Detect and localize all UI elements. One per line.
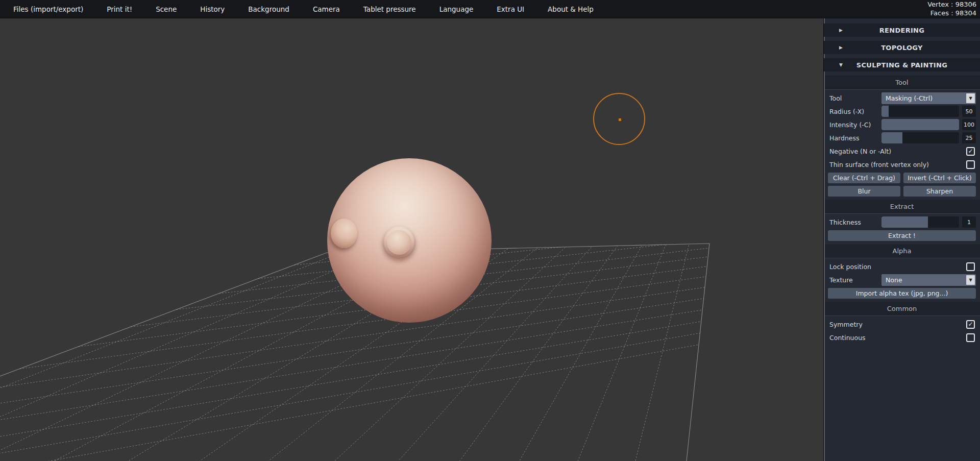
tool-select-row: Tool Masking (-Ctrl) ▼ [828,92,976,104]
lock-position-label: Lock position [828,263,966,271]
continuous-label: Continuous [828,334,966,342]
brush-center-dot [619,118,621,121]
thickness-slider[interactable] [881,216,959,228]
check-icon: ✓ [968,321,973,327]
hardness-slider-fill [881,132,902,143]
intensity-label: Intensity (-C) [828,121,881,129]
panel-header-rendering-label: RENDERING [879,27,925,34]
import-alpha-button[interactable]: Import alpha tex (jpg, png...) [828,288,976,299]
vertex-count: Vertex : 98306 [927,1,976,9]
menu-item-camera[interactable]: Camera [301,0,352,18]
texture-select-value: None [881,276,966,284]
hardness-label: Hardness [828,134,881,142]
panel-header-rendering[interactable]: ▶ RENDERING [824,23,980,37]
section-title-extract: Extract [824,200,980,214]
dropdown-arrow-icon[interactable]: ▼ [966,93,975,103]
thin-surface-checkbox[interactable]: ✓ [966,160,975,169]
menu-item-language[interactable]: Language [428,0,485,18]
invert-mask-button[interactable]: Invert (-Ctrl + Click) [903,173,976,183]
sharpen-button[interactable]: Sharpen [903,186,976,197]
mesh-stats: Vertex : 98306 Faces : 98304 [927,1,976,17]
texture-label: Texture [828,276,881,284]
menu-item-tablet-pressure[interactable]: Tablet pressure [352,0,428,18]
radius-row: Radius (-X) 50 [828,106,976,117]
brush-cursor-circle [593,93,645,145]
intensity-row: Intensity (-C) 100 [828,119,976,130]
hardness-value[interactable]: 25 [962,132,976,143]
menu-item-files[interactable]: Files (import/export) [0,0,95,18]
sphere-bump-left [331,219,357,248]
menu-item-extra-ui[interactable]: Extra UI [485,0,536,18]
expanded-arrow-icon: ▼ [839,62,843,67]
section-title-alpha: Alpha [824,244,980,258]
tool-select-label: Tool [828,94,881,102]
radius-label: Radius (-X) [828,108,881,115]
dropdown-arrow-icon[interactable]: ▼ [966,275,975,285]
viewport-canvas[interactable] [0,18,823,461]
intensity-slider[interactable] [881,119,959,130]
sphere-bump-center [387,230,411,255]
texture-row: Texture None ▼ [828,274,976,285]
symmetry-label: Symmetry [828,321,966,328]
section-title-tool: Tool [824,76,980,90]
lock-position-checkbox[interactable]: ✓ [966,262,975,271]
collapsed-arrow-icon: ▶ [839,28,843,33]
negative-row: Negative (N or -Alt) ✓ [828,145,976,157]
panel-header-sculpting-label: SCULPTING & PAINTING [856,61,947,69]
hardness-slider[interactable] [881,132,959,143]
faces-count: Faces : 98304 [927,9,976,18]
check-icon: ✓ [968,148,973,154]
continuous-checkbox[interactable]: ✓ [966,333,975,342]
symmetry-row: Symmetry ✓ [828,319,976,330]
tool-select-dropdown[interactable]: Masking (-Ctrl) ▼ [881,92,976,104]
intensity-value[interactable]: 100 [962,119,976,130]
negative-label: Negative (N or -Alt) [828,148,966,155]
lock-position-row: Lock position ✓ [828,261,976,272]
thickness-slider-fill [881,216,928,228]
tool-select-value: Masking (-Ctrl) [881,94,966,102]
menu-item-print[interactable]: Print it! [95,0,144,18]
collapsed-arrow-icon: ▶ [839,45,843,50]
texture-select-dropdown[interactable]: None ▼ [881,274,976,286]
menu-item-scene[interactable]: Scene [144,0,188,18]
radius-value[interactable]: 50 [962,106,976,117]
radius-slider[interactable] [881,106,959,117]
thin-surface-row: Thin surface (front vertex only) ✓ [828,159,976,170]
panel-header-sculpting-painting[interactable]: ▼ SCULPTING & PAINTING [824,58,980,71]
negative-checkbox[interactable]: ✓ [966,147,975,156]
intensity-slider-fill [881,119,959,130]
panel-header-topology[interactable]: ▶ TOPOLOGY [824,41,980,54]
clear-mask-button[interactable]: Clear (-Ctrl + Drag) [828,173,900,183]
symmetry-checkbox[interactable]: ✓ [966,320,975,329]
hardness-row: Hardness 25 [828,132,976,143]
continuous-row: Continuous ✓ [828,332,976,343]
panel-header-topology-label: TOPOLOGY [881,44,923,52]
thin-surface-label: Thin surface (front vertex only) [828,161,966,168]
thickness-value[interactable]: 1 [962,216,976,228]
section-title-common: Common [824,302,980,316]
menu-item-about-help[interactable]: About & Help [536,0,605,18]
radius-slider-fill [881,106,889,117]
blur-button[interactable]: Blur [828,186,900,197]
right-control-panel: ▶ RENDERING ▶ TOPOLOGY ▼ SCULPTING & PAI… [823,18,980,461]
menu-bar: Files (import/export) Print it! Scene Hi… [0,0,980,18]
menu-item-history[interactable]: History [188,0,236,18]
menu-item-background[interactable]: Background [236,0,301,18]
thickness-row: Thickness 1 [828,216,976,228]
thickness-label: Thickness [828,219,881,226]
extract-button[interactable]: Extract ! [828,230,976,241]
